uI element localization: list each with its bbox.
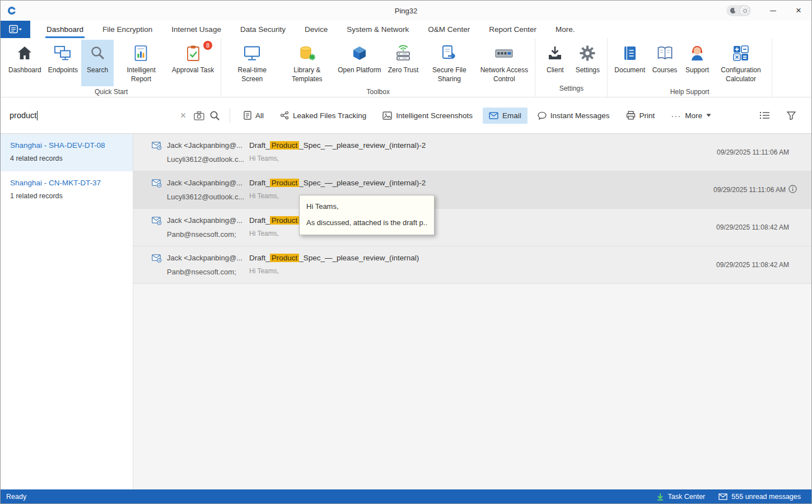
sidebar-device-item[interactable]: Shanghai - SHA-DEV-DT-08 4 related recor… (1, 134, 133, 171)
open-platform-icon (352, 44, 367, 62)
divider (230, 108, 230, 123)
filter-instant-messages[interactable]: Instant Messages (531, 108, 616, 124)
content-area: Shanghai - SHA-DEV-DT-08 4 related recor… (1, 134, 811, 489)
clear-search-icon[interactable]: × (175, 108, 191, 123)
ribbon-group-quick-start: Dashboard Endpoints Search Intelligent R… (2, 38, 221, 97)
filter-print[interactable]: Print (620, 107, 661, 124)
email-result-row[interactable]: Jack <Jackpanbing@... Panb@nsecsoft.com;… (133, 246, 811, 284)
email-addresses: Jack <Jackpanbing@... Panb@nsecsoft.com; (167, 246, 249, 283)
app-menu-button[interactable] (1, 21, 30, 38)
ribbon-item-document[interactable]: Document (611, 40, 648, 86)
tab-device[interactable]: Device (295, 21, 337, 38)
tab-internet-usage[interactable]: Internet Usage (162, 21, 231, 38)
email-result-row[interactable]: Jack <Jackpanbing@... Lucyli3612@outlook… (133, 134, 811, 171)
ribbon-item-approval-task[interactable]: Approval Task 8 (169, 40, 217, 86)
email-addresses: Jack <Jackpanbing@... Lucyli3612@outlook… (167, 171, 249, 208)
tab-report-center[interactable]: Report Center (479, 21, 546, 38)
text-cursor (37, 111, 38, 120)
close-button[interactable]: × (786, 1, 811, 21)
email-timestamp: 09/29/2025 11:08:42 AM (716, 209, 811, 246)
more-dots-icon: ··· (671, 111, 681, 120)
task-center-button[interactable]: Task Center (651, 489, 711, 503)
minimize-button[interactable] (760, 1, 786, 21)
leaked-files-icon (280, 111, 289, 120)
ribbon-item-library-templates[interactable]: Library & Templates (279, 40, 334, 86)
search-icon (89, 44, 106, 62)
tab-data-security[interactable]: Data Security (231, 21, 295, 38)
email-recipient: Lucyli3612@outlook.c... (167, 155, 249, 164)
unread-messages-button[interactable]: 555 unread messages (713, 489, 806, 503)
client-icon (547, 44, 563, 62)
all-files-icon (244, 111, 251, 120)
chat-bubble-icon (538, 111, 547, 120)
filter-more[interactable]: ··· More (665, 108, 717, 124)
unread-mail-icon (718, 493, 727, 500)
tab-file-encryption[interactable]: File Encryption (93, 21, 162, 38)
filter-leaked-files-tracking[interactable]: Leaked Files Tracking (274, 107, 372, 124)
main-tabs: Dashboard File Encryption Internet Usage… (37, 21, 585, 38)
ribbon-item-client[interactable]: Client (539, 40, 571, 83)
email-recipient: Panb@nsecsoft.com; (167, 268, 249, 276)
email-subject: Draft_Product_Spec_—_please_review_(inte… (249, 179, 713, 187)
ribbon-item-courses[interactable]: Courses (648, 40, 681, 86)
sidebar-device-item[interactable]: Shanghai - CN-MKT-DT-37 1 related record… (1, 171, 133, 209)
ribbon-group-settings: Client Settings Settings (535, 38, 608, 97)
camera-icon[interactable] (191, 108, 207, 123)
ribbon: Dashboard Endpoints Search Intelligent R… (1, 38, 811, 97)
theme-toggle[interactable] (726, 5, 751, 16)
filter-intelligent-screenshots[interactable]: Intelligent Screenshots (376, 108, 479, 124)
view-controls (757, 108, 802, 123)
list-view-icon[interactable] (757, 108, 772, 123)
screen-icon (243, 44, 261, 62)
tab-system-network[interactable]: System & Network (337, 21, 418, 38)
email-sender: Jack <Jackpanbing@... (167, 216, 249, 225)
ribbon-item-secure-file-sharing[interactable]: Secure File Sharing (422, 40, 477, 86)
network-access-icon (494, 44, 514, 62)
tooltip-line: Hi Teams, (306, 202, 427, 211)
tab-dashboard[interactable]: Dashboard (37, 21, 93, 38)
filter-email[interactable]: Email (483, 108, 528, 124)
search-query-text: product (10, 111, 36, 120)
ribbon-item-settings[interactable]: Settings (571, 40, 604, 83)
ribbon-item-open-platform[interactable]: Open Platform (334, 40, 384, 86)
report-icon (134, 44, 148, 62)
email-sender: Jack <Jackpanbing@... (167, 141, 249, 150)
result-filters: All Leaked Files Tracking Intelligent Sc… (237, 107, 717, 124)
ribbon-item-realtime-screen[interactable]: Real-time Screen (225, 40, 279, 86)
filter-funnel-icon[interactable] (783, 108, 799, 123)
home-icon (16, 44, 33, 62)
zero-trust-icon (395, 44, 412, 62)
info-icon[interactable] (788, 185, 797, 195)
email-result-row[interactable]: Jack <Jackpanbing@... Panb@nsecsoft.com;… (133, 209, 811, 246)
email-addresses: Jack <Jackpanbing@... Lucyli3612@outlook… (167, 134, 249, 171)
tab-more[interactable]: More. (546, 21, 585, 38)
ribbon-item-network-access-control[interactable]: Network Access Control (477, 40, 531, 86)
titlebar: Ping32 × (1, 1, 811, 21)
email-sender: Jack <Jackpanbing@... (167, 254, 249, 262)
email-addresses: Jack <Jackpanbing@... Panb@nsecsoft.com; (167, 209, 249, 246)
ribbon-item-support[interactable]: Support (681, 40, 713, 86)
search-term-highlight: Product (270, 141, 300, 150)
ribbon-item-search[interactable]: Search (81, 40, 114, 86)
app-logo-icon (7, 6, 16, 15)
secure-file-icon (441, 44, 458, 62)
dark-mode-icon[interactable] (728, 6, 737, 15)
ribbon-item-configuration-calculator[interactable]: Configuration Calculator (713, 40, 768, 86)
minimize-icon (770, 11, 776, 11)
run-search-icon[interactable] (207, 108, 222, 123)
statusbar: Ready Task Center 555 unread messages (1, 489, 811, 503)
email-result-row[interactable]: Jack <Jackpanbing@... Lucyli3612@outlook… (133, 171, 811, 209)
email-body-preview: Draft_Product_Spec_—_please_review_(inte… (249, 134, 717, 171)
search-input[interactable]: product (10, 111, 175, 120)
tab-om-center[interactable]: O&M Center (418, 21, 479, 38)
forwarded-email-icon (152, 171, 167, 208)
email-timestamp: 09/29/2025 11:11:06 AM (717, 134, 811, 171)
ribbon-item-intelligent-report[interactable]: Intelligent Report (114, 40, 169, 86)
ribbon-item-endpoints[interactable]: Endpoints (45, 40, 81, 86)
endpoints-icon (54, 44, 72, 62)
calculator-icon (732, 44, 749, 62)
light-mode-icon[interactable] (740, 6, 749, 15)
ribbon-item-zero-trust[interactable]: Zero Trust (385, 40, 422, 86)
ribbon-item-dashboard[interactable]: Dashboard (5, 40, 45, 86)
filter-all[interactable]: All (237, 107, 270, 124)
